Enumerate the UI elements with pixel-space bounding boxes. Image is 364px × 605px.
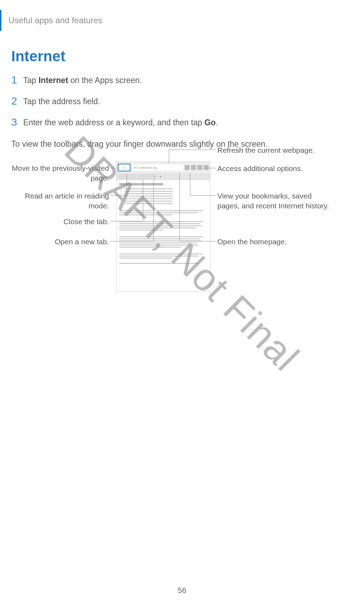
section-header: Useful apps and features: [0, 10, 364, 31]
step-2: Tap the address field.: [11, 96, 353, 107]
close-icon[interactable]: ×: [154, 175, 155, 178]
back-icon[interactable]: ‹: [122, 166, 124, 170]
tab-reader[interactable]: [119, 174, 137, 179]
step-1-bold: Internet: [38, 76, 68, 85]
callout-refresh: Refresh the current webpage.: [217, 145, 351, 155]
page-title: Internet: [11, 48, 364, 65]
phone-screenshot: ‹ › en.m.wikipedia.org × +: [116, 162, 210, 292]
page-content: [116, 180, 210, 268]
callout-close: Close the tab.: [53, 217, 109, 227]
step-3-text-a: Enter the web address or a keyword, and …: [23, 118, 204, 127]
tab-active[interactable]: ×: [139, 174, 157, 179]
tabs-bar: × +: [116, 173, 210, 180]
browser-toolbar: ‹ › en.m.wikipedia.org: [116, 162, 210, 173]
callout-reader: Read an article in reading mode.: [21, 191, 109, 211]
nav-buttons[interactable]: ‹ ›: [118, 164, 130, 171]
section-header-text: Useful apps and features: [8, 15, 102, 25]
step-3: Enter the web address or a keyword, and …: [11, 117, 353, 128]
step-1: Tap Internet on the Apps screen.: [11, 75, 353, 86]
callout-nav: Move to the previously-visited page.: [7, 163, 109, 183]
refresh-icon[interactable]: [185, 165, 190, 170]
callout-home: Open the homepage.: [217, 237, 330, 247]
new-tab-button[interactable]: +: [158, 174, 162, 179]
step-1-text-a: Tap: [23, 76, 38, 85]
figure: Move to the previously-visited page. Rea…: [0, 139, 364, 322]
callout-newtab: Open a new tab.: [42, 237, 109, 247]
callout-options: Access additional options.: [217, 164, 351, 174]
bookmarks-icon[interactable]: [197, 165, 202, 170]
page-number: 56: [0, 586, 364, 595]
url-text: en.m.wikipedia.org: [133, 166, 157, 169]
url-bar[interactable]: en.m.wikipedia.org: [132, 164, 183, 171]
step-2-text: Tap the address field.: [23, 97, 100, 106]
step-3-bold: Go: [204, 118, 216, 127]
callout-bookmarks: View your bookmarks, saved pages, and re…: [217, 191, 330, 211]
forward-icon[interactable]: ›: [124, 166, 126, 170]
step-1-text-c: on the Apps screen.: [68, 76, 142, 85]
home-icon[interactable]: [191, 165, 196, 170]
step-3-text-c: .: [216, 118, 218, 127]
steps-list: Tap Internet on the Apps screen. Tap the…: [11, 75, 353, 128]
options-icon[interactable]: [204, 165, 209, 170]
